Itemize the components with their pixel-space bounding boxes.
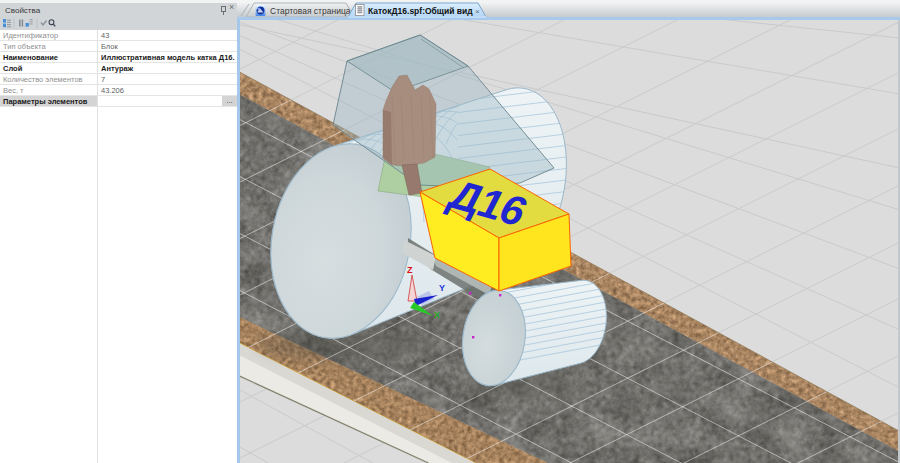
svg-text:КатокД16.spf:Общий вид: КатокД16.spf:Общий вид [368,6,473,16]
svg-text:×: × [475,7,480,16]
svg-text:Y: Y [439,283,445,293]
svg-text:X: X [434,310,440,320]
svg-text:Z: Z [407,265,413,275]
svg-text:Стартовая страница: Стартовая страница [270,6,351,16]
